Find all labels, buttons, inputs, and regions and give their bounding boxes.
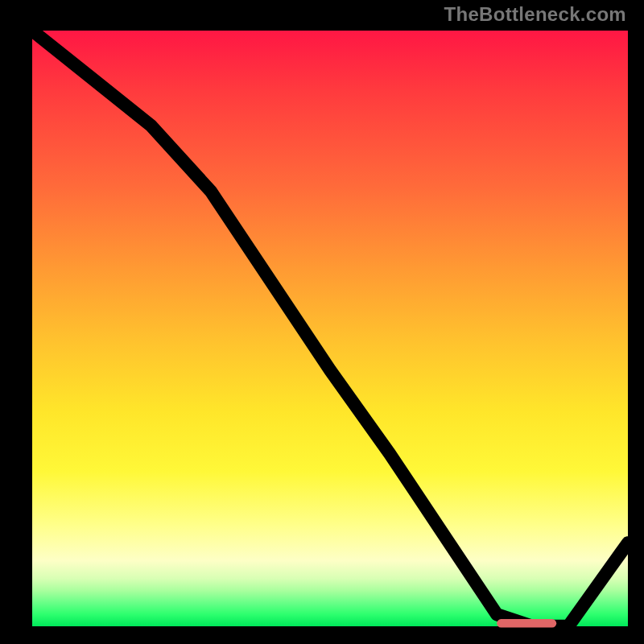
optimal-range-marker bbox=[497, 619, 556, 627]
plot-svg bbox=[32, 31, 628, 626]
bottleneck-curve bbox=[32, 31, 628, 626]
plot-area bbox=[32, 31, 628, 626]
chart-frame: TheBottleneck.com bbox=[0, 0, 644, 644]
attribution-text: TheBottleneck.com bbox=[444, 3, 626, 26]
